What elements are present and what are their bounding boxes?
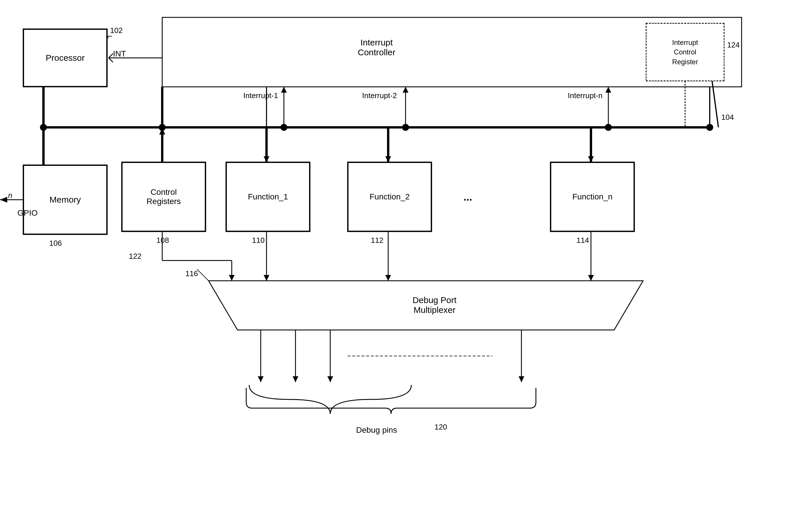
interruptn-label: Interrupt-n (568, 91, 603, 100)
interrupt-control-register-box: InterruptControlRegister (646, 23, 724, 81)
svg-line-64 (197, 269, 208, 281)
svg-line-12 (109, 54, 113, 58)
control-registers-label: ControlRegisters (147, 188, 181, 206)
memory-label: Memory (50, 195, 81, 205)
ref-116: 116 (185, 269, 198, 278)
int-label: INT (113, 49, 126, 58)
processor-label: Processor (45, 53, 85, 63)
interrupt-controller-label: InterruptController (290, 38, 463, 57)
svg-marker-63 (518, 376, 524, 382)
ellipsis-functions: ... (463, 191, 472, 203)
svg-marker-31 (263, 275, 269, 281)
svg-marker-47 (403, 87, 408, 93)
n-gpio-label: n (8, 191, 12, 200)
ref-114: 114 (577, 236, 589, 245)
function2-box: Function_2 (348, 162, 432, 231)
ref-102-brace: ⌐ (107, 31, 112, 41)
control-registers-box: ControlRegisters (122, 162, 206, 231)
ref-124: 124 (727, 40, 740, 50)
debug-port-mux-label: Debug PortMultiplexer (362, 295, 507, 315)
svg-marker-54 (0, 197, 7, 203)
function1-label: Function_1 (248, 192, 288, 202)
svg-marker-56 (258, 376, 263, 382)
interrupt1-label: Interrupt-1 (243, 91, 278, 100)
svg-marker-39 (229, 275, 235, 281)
ref-110: 110 (252, 236, 264, 245)
svg-marker-45 (281, 87, 287, 93)
diagram: Processor 102 ⌐ INT InterruptController … (0, 0, 803, 532)
ref-120: 120 (435, 423, 447, 432)
gpio-label: GPIO (17, 208, 38, 218)
svg-marker-60 (327, 376, 333, 382)
processor-box: Processor (23, 29, 107, 87)
interrupt2-label: Interrupt-2 (362, 91, 397, 100)
function1-box: Function_1 (226, 162, 310, 231)
svg-marker-35 (588, 275, 594, 281)
functionn-label: Function_n (572, 192, 613, 202)
svg-marker-25 (385, 156, 391, 162)
ref-108: 108 (157, 236, 169, 245)
memory-box: Memory (23, 165, 107, 234)
svg-marker-58 (293, 376, 298, 382)
function2-label: Function_2 (370, 192, 410, 202)
debug-pins-label: Debug pins (318, 425, 435, 435)
ref-106: 106 (49, 239, 62, 248)
svg-marker-49 (605, 87, 611, 93)
ref-112: 112 (371, 236, 383, 245)
svg-line-13 (109, 58, 113, 62)
functionn-box: Function_n (550, 162, 634, 231)
ref-122: 122 (129, 252, 141, 261)
icr-label: InterruptControlRegister (672, 38, 698, 67)
svg-marker-28 (588, 156, 594, 162)
svg-marker-33 (385, 275, 391, 281)
ref-104: 104 (721, 113, 734, 122)
